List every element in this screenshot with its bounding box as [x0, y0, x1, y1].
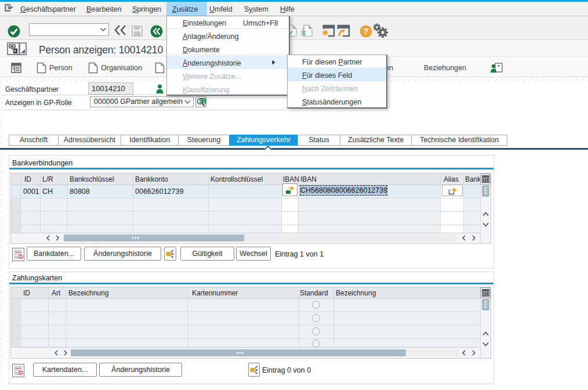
svg-text:?: ?	[364, 27, 369, 36]
